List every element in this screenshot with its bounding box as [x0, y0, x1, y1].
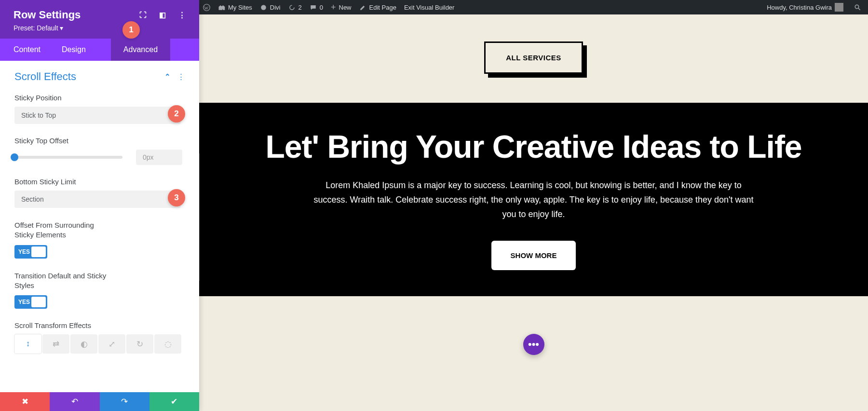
select-sticky-position[interactable]: Stick to Top: [14, 107, 181, 124]
svg-point-0: [203, 4, 210, 11]
snap-icon[interactable]: ◧: [159, 11, 166, 19]
panel-footer: ✖ ↶ ↷ ✔: [0, 392, 199, 411]
preset-dropdown[interactable]: Preset: Default ▾: [14, 24, 186, 32]
howdy-user-link[interactable]: Howdy, Christina Gwira: [767, 3, 843, 12]
panel-title: Row Settings: [14, 9, 81, 21]
input-sticky-top-offset[interactable]: 0px: [136, 150, 182, 165]
transform-vertical-icon[interactable]: ↕: [14, 334, 41, 354]
tutorial-badge-2: 2: [168, 105, 185, 123]
new-link[interactable]: +New: [331, 2, 352, 13]
tab-content[interactable]: Content: [0, 39, 62, 61]
transform-scale-icon[interactable]: ⤢: [98, 334, 125, 354]
edit-page-link[interactable]: Edit Page: [359, 4, 396, 11]
dark-cta-section: Let' Bring Your Creative Ideas to Life L…: [199, 103, 868, 296]
search-icon[interactable]: [851, 4, 864, 11]
transform-blur-icon[interactable]: ◐: [70, 334, 97, 354]
toggle-knob: [31, 297, 46, 307]
label-sticky-top-offset: Sticky Top Offset: [14, 137, 185, 145]
panel-body: Scroll Effects ⌃ ⋮ Sticky Position Stick…: [0, 61, 199, 392]
divi-fab-button[interactable]: •••: [523, 334, 544, 355]
avatar: [835, 3, 843, 12]
all-services-button[interactable]: ALL SERVICES: [484, 41, 583, 74]
toggle-text: YES: [14, 299, 30, 305]
show-more-button[interactable]: SHOW MORE: [491, 241, 576, 270]
slider-thumb[interactable]: [11, 153, 18, 161]
row-settings-panel: Row Settings ⛶ ◧ ⋮ Preset: Default ▾ Con…: [0, 0, 199, 411]
collapse-icon[interactable]: ⌃: [164, 72, 171, 81]
tutorial-badge-1: 1: [122, 21, 140, 39]
section-scroll-effects[interactable]: Scroll Effects: [14, 70, 76, 83]
wp-admin-bar: My Sites Divi 2 0 +New Edit Page Exit Vi…: [199, 0, 868, 14]
label-sticky-position: Sticky Position: [14, 94, 185, 102]
tab-design[interactable]: Design: [62, 39, 111, 61]
kebab-icon[interactable]: ⋮: [178, 11, 186, 19]
label-scroll-transform: Scroll Transform Effects: [14, 321, 185, 329]
hero-top-section: ALL SERVICES: [199, 14, 868, 103]
slider-sticky-top-offset[interactable]: [14, 156, 122, 159]
cancel-button[interactable]: ✖: [0, 392, 50, 411]
updates-link[interactable]: 2: [288, 4, 302, 11]
body-text: Lorem Khaled Ipsum is a major key to suc…: [312, 178, 756, 221]
transform-horizontal-icon[interactable]: ⇄: [42, 334, 69, 354]
wp-logo-icon[interactable]: [203, 4, 210, 11]
panel-tabs: Content Design Advanced: [0, 39, 199, 61]
comments-link[interactable]: 0: [310, 4, 323, 11]
tab-advanced[interactable]: Advanced: [111, 39, 170, 61]
svg-point-2: [855, 5, 859, 9]
section-kebab-icon[interactable]: ⋮: [177, 72, 185, 81]
headline: Let' Bring Your Creative Ideas to Life: [252, 129, 815, 165]
toggle-knob: [31, 247, 46, 257]
svg-point-1: [261, 5, 266, 10]
label-offset-surrounding: Offset From Surrounding Sticky Elements: [14, 220, 111, 240]
panel-header: Row Settings ⛶ ◧ ⋮ Preset: Default ▾: [0, 0, 199, 39]
toggle-transition-default[interactable]: YES: [14, 295, 47, 309]
expand-icon[interactable]: ⛶: [139, 11, 147, 19]
bottom-section: •••: [199, 296, 868, 382]
transform-rotate-icon[interactable]: ↻: [126, 334, 153, 354]
page-canvas: My Sites Divi 2 0 +New Edit Page Exit Vi…: [199, 0, 868, 411]
save-button[interactable]: ✔: [149, 392, 199, 411]
site-name-link[interactable]: Divi: [260, 4, 281, 11]
tutorial-badge-3: 3: [168, 189, 185, 206]
transform-opacity-icon[interactable]: ◌: [154, 334, 181, 354]
toggle-text: YES: [14, 248, 30, 255]
label-transition-default: Transition Default and Sticky Styles: [14, 271, 121, 291]
exit-visual-builder-link[interactable]: Exit Visual Builder: [404, 4, 455, 11]
label-bottom-sticky-limit: Bottom Sticky Limit: [14, 178, 185, 186]
transform-effects-group: ↕ ⇄ ◐ ⤢ ↻ ◌: [14, 334, 185, 354]
toggle-offset-surrounding[interactable]: YES: [14, 245, 47, 259]
select-bottom-sticky-limit[interactable]: Section: [14, 191, 181, 208]
undo-button[interactable]: ↶: [50, 392, 99, 411]
redo-button[interactable]: ↷: [100, 392, 149, 411]
my-sites-link[interactable]: My Sites: [218, 4, 252, 11]
